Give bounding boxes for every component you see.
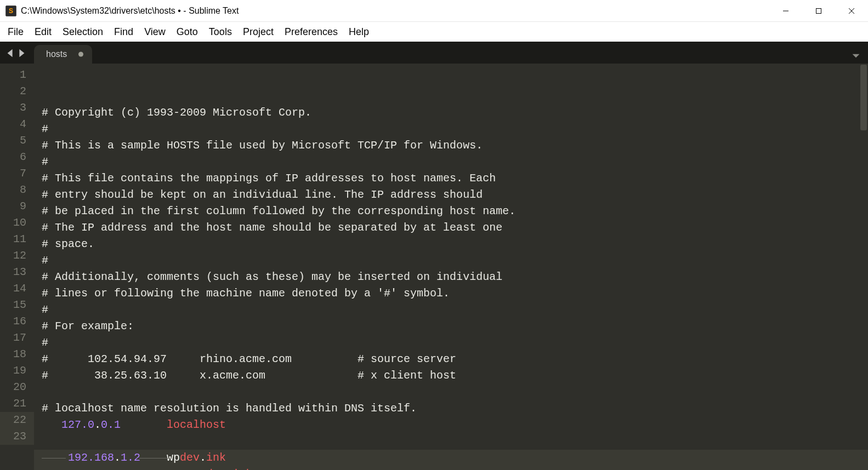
window-close-button[interactable] — [835, 0, 868, 21]
code-line[interactable]: # The IP address and the host name shoul… — [34, 220, 868, 236]
menu-item-view[interactable]: View — [139, 24, 171, 40]
window-controls — [769, 0, 868, 21]
line-number: 8 — [0, 182, 34, 198]
menu-item-find[interactable]: Find — [109, 24, 139, 40]
code-line[interactable]: # entry should be kept on an individual … — [34, 187, 868, 203]
menu-item-edit[interactable]: Edit — [29, 24, 57, 40]
code-line[interactable]: 192.168.1.2 www.wpdev.ink — [34, 466, 868, 470]
code-line[interactable]: # — [34, 335, 868, 351]
line-number: 19 — [0, 363, 34, 379]
code-token: # This is a sample HOSTS file used by Mi… — [42, 139, 483, 152]
code-token: # be placed in the first column followed… — [42, 205, 515, 217]
code-token: localhost — [167, 419, 226, 431]
tab-overflow-button[interactable] — [852, 51, 868, 64]
line-number: 11 — [0, 231, 34, 248]
menu-item-project[interactable]: Project — [237, 24, 279, 40]
line-number: 2 — [0, 83, 34, 100]
code-token: # — [42, 303, 48, 316]
code-line[interactable]: # This is a sample HOSTS file used by Mi… — [34, 137, 868, 154]
code-line[interactable]: # Copyright (c) 1993-2009 Microsoft Corp… — [34, 105, 868, 121]
line-number: 18 — [0, 346, 34, 363]
code-line[interactable]: # For example: — [34, 318, 868, 335]
code-token: # — [42, 336, 48, 349]
line-number-gutter: 1234567891011121314151617181920212223 — [0, 64, 34, 470]
tab-hosts[interactable]: hosts — [34, 45, 92, 64]
code-token: 192.168 — [68, 451, 114, 464]
indent-guide — [139, 458, 170, 458]
code-line[interactable] — [34, 433, 868, 450]
code-line[interactable]: # This file contains the mappings of IP … — [34, 170, 868, 187]
code-token: dev — [180, 451, 200, 464]
app-icon: S — [5, 5, 16, 16]
nav-back-icon[interactable] — [5, 48, 15, 60]
code-token: # — [42, 254, 48, 267]
code-token: # For example: — [42, 320, 134, 333]
line-number: 3 — [0, 100, 34, 116]
line-number: 14 — [0, 280, 34, 297]
code-token: # Additionally, comments (such as these)… — [42, 271, 502, 283]
code-line[interactable]: # — [34, 154, 868, 170]
code-token: 127.0 — [61, 419, 94, 431]
code-line[interactable]: # be placed in the first column followed… — [34, 203, 868, 220]
menu-item-preferences[interactable]: Preferences — [279, 24, 343, 40]
code-line[interactable]: # — [34, 253, 868, 269]
code-token: 1.2 — [121, 451, 140, 464]
code-token: # 38.25.63.10 x.acme.com # x client host — [42, 369, 456, 382]
code-line[interactable]: # Additionally, comments (such as these)… — [34, 269, 868, 285]
menu-item-help[interactable]: Help — [343, 24, 375, 40]
menu-item-goto[interactable]: Goto — [171, 24, 203, 40]
code-token: . — [114, 468, 121, 470]
code-line[interactable]: # 38.25.63.10 x.acme.com # x client host — [34, 368, 868, 384]
code-token: . — [114, 451, 121, 464]
window-titlebar: S C:\Windows\System32\drivers\etc\hosts … — [0, 0, 868, 22]
code-line[interactable]: # lines or following the machine name de… — [34, 285, 868, 302]
nav-forward-icon[interactable] — [16, 48, 26, 60]
code-line[interactable]: 192.168.1.2 wpdev.ink — [34, 450, 868, 466]
code-line[interactable]: # localhost name resolution is handled w… — [34, 400, 868, 417]
code-token: . — [226, 468, 232, 470]
window-minimize-button[interactable] — [769, 0, 802, 21]
code-token — [42, 419, 61, 431]
code-line[interactable]: 127.0.0.1 localhost — [34, 417, 868, 433]
menu-item-selection[interactable]: Selection — [57, 24, 109, 40]
line-number: 22 — [0, 412, 34, 428]
line-number: 23 — [0, 428, 34, 445]
editor[interactable]: 1234567891011121314151617181920212223 # … — [0, 64, 868, 470]
code-token: ink — [232, 468, 252, 470]
menu-item-tools[interactable]: Tools — [203, 24, 237, 40]
line-number: 20 — [0, 379, 34, 396]
code-line[interactable]: # — [34, 121, 868, 137]
line-number: 16 — [0, 313, 34, 330]
dirty-indicator-icon — [78, 52, 83, 57]
line-number: 4 — [0, 116, 34, 133]
code-line[interactable]: # 102.54.94.97 rhino.acme.com # source s… — [34, 351, 868, 368]
code-area[interactable]: # Copyright (c) 1993-2009 Microsoft Corp… — [34, 64, 868, 470]
code-token: # entry should be kept on an individual … — [42, 188, 483, 201]
code-token: . — [200, 451, 206, 464]
menu-item-file[interactable]: File — [2, 24, 29, 40]
code-token: # localhost name resolution is handled w… — [42, 402, 417, 415]
code-token — [121, 419, 167, 431]
code-line[interactable]: # space. — [34, 236, 868, 253]
code-token: # This file contains the mappings of IP … — [42, 172, 496, 185]
code-token: . — [94, 419, 101, 431]
code-token: # Copyright (c) 1993-2009 Microsoft Corp… — [42, 106, 311, 119]
line-number: 5 — [0, 133, 34, 149]
code-token: # — [42, 156, 48, 168]
line-number: 17 — [0, 330, 34, 346]
line-number: 12 — [0, 248, 34, 264]
line-number: 9 — [0, 198, 34, 215]
code-token: # The IP address and the host name shoul… — [42, 221, 502, 234]
code-token: 0.1 — [101, 419, 121, 431]
code-line[interactable] — [34, 384, 868, 400]
line-number: 6 — [0, 149, 34, 165]
line-number: 13 — [0, 264, 34, 280]
window-maximize-button[interactable] — [802, 0, 835, 21]
code-token: 192.168 — [68, 468, 114, 470]
code-token: 1.2 — [121, 468, 140, 470]
line-number: 1 — [0, 67, 34, 83]
line-number: 10 — [0, 215, 34, 231]
tab-history-nav — [0, 48, 31, 64]
line-number: 15 — [0, 297, 34, 313]
code-line[interactable]: # — [34, 302, 868, 318]
